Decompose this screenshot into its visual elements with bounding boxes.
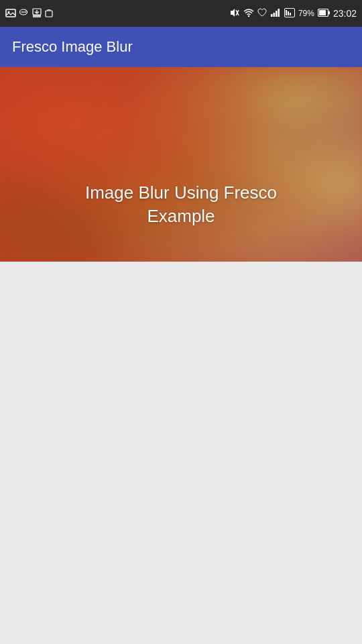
status-icons-right: 79% 23:02 (229, 8, 357, 19)
app-title: Fresco Image Blur (12, 38, 133, 56)
gallery-icon (5, 8, 16, 19)
svg-rect-22 (290, 13, 291, 15)
heart-icon (257, 8, 267, 19)
svg-rect-25 (328, 11, 330, 14)
svg-marker-11 (231, 9, 235, 17)
clock: 23:02 (333, 8, 357, 19)
signal-icon (270, 8, 281, 19)
svg-rect-21 (288, 11, 289, 15)
svg-rect-17 (276, 11, 278, 17)
svg-rect-15 (271, 14, 273, 17)
battery-icon (318, 9, 330, 19)
svg-rect-16 (273, 13, 275, 17)
svg-rect-20 (286, 10, 287, 15)
image-overlay-text: Image Blur Using Fresco Example (0, 181, 362, 228)
app-bar: Fresco Image Blur (0, 27, 362, 67)
blurred-image-container: Image Blur Using Fresco Example (0, 67, 362, 262)
bag-icon (44, 8, 54, 19)
status-bar: 79% 23:02 (0, 0, 362, 27)
svg-point-5 (25, 11, 26, 13)
svg-rect-0 (6, 9, 15, 17)
svg-point-14 (248, 15, 249, 16)
wechat-icon (19, 8, 29, 19)
content-area (0, 262, 362, 644)
download-icon (32, 8, 42, 19)
svg-point-3 (21, 11, 23, 13)
svg-rect-10 (46, 11, 52, 17)
svg-rect-24 (319, 10, 326, 15)
svg-rect-18 (278, 9, 280, 17)
mute-icon (229, 8, 240, 19)
battery-percent: 79% (298, 9, 314, 18)
svg-point-4 (23, 11, 25, 13)
status-icons-left (5, 8, 54, 19)
wifi-icon (243, 8, 254, 19)
image-overlay (0, 67, 362, 262)
signal2-icon (284, 8, 295, 19)
